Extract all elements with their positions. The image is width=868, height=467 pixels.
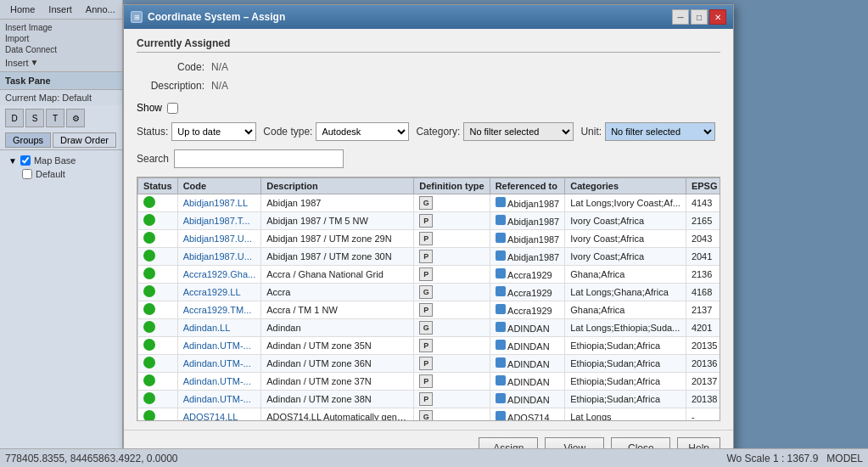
table-row[interactable]: Abidjan1987.U...Abidjan 1987 / UTM zone …	[138, 230, 720, 248]
show-checkbox[interactable]	[167, 103, 178, 114]
ref-icon	[496, 215, 506, 225]
table-scroll[interactable]: Status Code Description Definition type …	[137, 177, 720, 420]
table-row[interactable]: Abidjan1987.U...Abidjan 1987 / UTM zone …	[138, 248, 720, 266]
table-row[interactable]: Abidjan1987.LLAbidjan 1987G Abidjan1987L…	[138, 194, 720, 212]
ref-icon	[496, 322, 506, 332]
table-row[interactable]: Adindan.LLAdindanG ADINDANLat Longs;Ethi…	[138, 319, 720, 337]
category-select[interactable]: No filter selected	[463, 122, 574, 141]
deftype-badge: P	[419, 214, 433, 228]
table-icon[interactable]: T	[46, 109, 64, 127]
cell-referenced: ADINDAN	[490, 337, 565, 355]
groups-button[interactable]: Groups	[5, 132, 51, 148]
menu-home[interactable]: Home	[3, 2, 42, 17]
cell-categories: Ghana;Africa	[565, 301, 686, 319]
deftype-badge: G	[419, 285, 433, 299]
tools-icon[interactable]: ⚙	[66, 109, 85, 127]
cell-status	[138, 408, 178, 421]
description-value: N/A	[211, 80, 228, 92]
map-base-checkbox[interactable]	[20, 155, 31, 166]
cell-epsg: 4143	[686, 194, 720, 212]
cell-status	[138, 248, 178, 266]
deftype-badge: G	[419, 410, 433, 420]
show-label: Show	[137, 102, 162, 114]
status-ok-icon	[143, 285, 155, 297]
cell-categories: Lat Longs	[565, 408, 686, 421]
cell-epsg: 20137	[686, 373, 720, 391]
status-ok-icon	[143, 196, 155, 208]
codetype-select[interactable]: Autodesk	[316, 122, 409, 141]
menu-anno[interactable]: Anno...	[79, 2, 122, 17]
cell-categories: Lat Longs;Ivory Coast;Af...	[565, 194, 686, 212]
search-row: Search	[137, 149, 720, 168]
cell-categories: Ivory Coast;Africa	[565, 212, 686, 230]
show-row: Show	[137, 102, 720, 114]
title-bar-left: ⊞ Coordinate System – Assign	[131, 11, 285, 23]
cell-epsg: 2136	[686, 266, 720, 284]
style-icon[interactable]: S	[25, 109, 44, 127]
deftype-badge: P	[419, 357, 433, 370]
cell-deftype: P	[414, 355, 490, 373]
status-ok-icon	[143, 410, 155, 420]
unit-select[interactable]: No filter selected	[605, 122, 715, 141]
cell-description: Adindan / UTM zone 36N	[261, 355, 414, 373]
cell-deftype: P	[414, 248, 490, 266]
cell-referenced: ADINDAN	[490, 391, 565, 408]
table-row[interactable]: ADOS714.LLADOS714.LL Automatically gener…	[138, 408, 720, 421]
table-row[interactable]: Accra1929.LLAccraG Accra1929Lat Longs;Gh…	[138, 284, 720, 301]
cell-code: Abidjan1987.T...	[177, 212, 261, 230]
cell-deftype: G	[414, 194, 490, 212]
cell-deftype: G	[414, 319, 490, 337]
deftype-badge: P	[419, 339, 433, 352]
cell-status	[138, 266, 178, 284]
cell-description: Abidjan 1987 / UTM zone 29N	[261, 230, 414, 248]
table-row[interactable]: Adindan.UTM-...Adindan / UTM zone 38NP A…	[138, 391, 720, 408]
default-checkbox[interactable]	[22, 169, 32, 179]
search-input[interactable]	[174, 149, 344, 168]
cell-description: Abidjan 1987 / TM 5 NW	[261, 212, 414, 230]
ref-icon	[496, 286, 506, 296]
data-icon[interactable]: D	[5, 109, 24, 127]
ref-icon	[496, 393, 506, 403]
draw-order-button[interactable]: Draw Order	[53, 132, 116, 148]
col-referenced: Referenced to	[490, 178, 565, 194]
cell-deftype: P	[414, 230, 490, 248]
menu-insert[interactable]: Insert	[42, 2, 79, 17]
code-row: Code: N/A	[137, 61, 720, 73]
currently-assigned-label: Currently Assigned	[137, 37, 720, 53]
status-ok-icon	[143, 214, 155, 226]
status-ok-icon	[143, 392, 155, 404]
current-map: Current Map: Default	[0, 90, 122, 105]
cell-referenced: ADINDAN	[490, 373, 565, 391]
ref-icon	[496, 411, 506, 420]
close-title-button[interactable]: ✕	[709, 9, 726, 25]
cell-code: Abidjan1987.U...	[177, 230, 261, 248]
status-label: Status:	[137, 126, 168, 138]
ref-icon	[496, 233, 506, 243]
deftype-badge: P	[419, 232, 433, 245]
cell-referenced: ADINDAN	[490, 319, 565, 337]
cell-categories: Lat Longs;Ghana;Africa	[565, 284, 686, 301]
cell-epsg: 4168	[686, 284, 720, 301]
status-select[interactable]: Up to date	[171, 122, 256, 141]
cell-description: Adindan / UTM zone 38N	[261, 391, 414, 408]
table-row[interactable]: Adindan.UTM-...Adindan / UTM zone 35NP A…	[138, 337, 720, 355]
status-bar: 778405.8355, 84465863.4922, 0.0000 Wo Sc…	[0, 448, 868, 467]
cell-deftype: P	[414, 266, 490, 284]
cell-categories: Ethiopia;Sudan;Africa	[565, 373, 686, 391]
col-description: Description	[261, 178, 414, 194]
table-row[interactable]: Accra1929.Gha...Accra / Ghana National G…	[138, 266, 720, 284]
cell-categories: Lat Longs;Ethiopia;Suda...	[565, 319, 686, 337]
table-row[interactable]: Accra1929.TM...Accra / TM 1 NWP Accra192…	[138, 301, 720, 319]
maximize-button[interactable]: □	[691, 9, 708, 25]
model-display: MODEL	[826, 453, 863, 464]
table-row[interactable]: Abidjan1987.T...Abidjan 1987 / TM 5 NWP …	[138, 212, 720, 230]
deftype-badge: G	[419, 196, 433, 210]
minimize-button[interactable]: ─	[672, 9, 689, 25]
cell-code: Accra1929.Gha...	[177, 266, 261, 284]
table-row[interactable]: Adindan.UTM-...Adindan / UTM zone 36NP A…	[138, 355, 720, 373]
table-container: Status Code Description Definition type …	[137, 177, 720, 421]
cell-description: ADOS714.LL Automatically gener...	[261, 408, 414, 421]
table-header-row: Status Code Description Definition type …	[138, 178, 720, 194]
cell-referenced: ADOS714	[490, 408, 565, 421]
table-row[interactable]: Adindan.UTM-...Adindan / UTM zone 37NP A…	[138, 373, 720, 391]
